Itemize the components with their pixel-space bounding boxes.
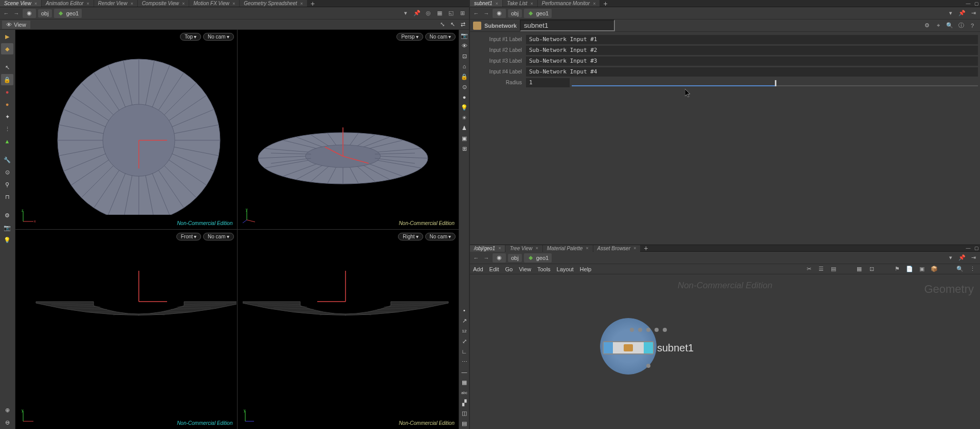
normal-icon[interactable]: ↗	[460, 316, 468, 325]
nav-back-button[interactable]: ←	[472, 9, 480, 17]
figure-icon[interactable]: ♟	[460, 123, 468, 133]
text-abc[interactable]: abc	[460, 388, 468, 397]
align-icon[interactable]: ▤	[829, 265, 838, 274]
angle-icon[interactable]: ∟	[460, 347, 468, 356]
path-icon-home[interactable]: ◉	[493, 9, 506, 18]
xray-icon[interactable]: ⊞	[460, 144, 468, 153]
tab-scene-view[interactable]: Scene View×	[0, 0, 41, 7]
minimize-icon[interactable]: —	[965, 245, 972, 251]
list-icon[interactable]: ☰	[816, 265, 826, 274]
gear-tool[interactable]: ⚙	[1, 210, 13, 221]
socket-tool[interactable]: ⊙	[1, 166, 13, 178]
search-icon[interactable]: 🔍	[945, 21, 954, 30]
pin-icon[interactable]: 📌	[412, 9, 422, 18]
close-icon[interactable]: ×	[586, 246, 588, 251]
expand-icon[interactable]: ⇥	[969, 253, 978, 263]
cam-selector[interactable]: No cam▾	[203, 233, 233, 240]
path-geo1[interactable]: ◆geo1	[524, 9, 552, 18]
close-icon[interactable]: ×	[300, 1, 303, 6]
headlight-icon[interactable]: ☀	[460, 113, 468, 122]
nav-back-button[interactable]: ←	[472, 254, 480, 262]
nav-forward-button[interactable]: →	[12, 9, 21, 17]
cam-selector[interactable]: No cam▾	[425, 233, 456, 240]
param-input-input1[interactable]	[526, 35, 978, 44]
close-icon[interactable]: ×	[496, 1, 498, 6]
flag-icon[interactable]: ⚑	[893, 265, 902, 274]
sticky-icon[interactable]: ▣	[917, 265, 927, 274]
info-icon[interactable]: ⓘ	[956, 21, 966, 30]
dropdown-icon[interactable]: ▾	[946, 253, 955, 263]
grid-icon[interactable]: ▦	[435, 9, 444, 18]
swap-icon[interactable]: ⇄	[459, 21, 467, 29]
eye-icon[interactable]: 👁	[460, 41, 468, 50]
node-outputs[interactable]	[646, 364, 650, 368]
red-sphere-tool[interactable]: ●	[1, 86, 13, 98]
pin-icon[interactable]: 📌	[957, 253, 967, 263]
select-tool[interactable]: ▶	[1, 31, 13, 42]
orange-sphere-tool[interactable]: ●	[1, 99, 13, 110]
vector-icon[interactable]: ⤢	[460, 337, 468, 346]
add-tab-button[interactable]: +	[641, 244, 651, 252]
close-icon[interactable]: ×	[536, 246, 538, 251]
view-dropdown[interactable]: 👁View	[2, 21, 30, 29]
joint-tool[interactable]: ⋮	[1, 123, 13, 135]
pose-tool[interactable]: ✦	[1, 111, 13, 122]
close-icon[interactable]: ×	[86, 1, 89, 6]
magnet-tool[interactable]: ⊖	[1, 417, 13, 428]
dots-icon[interactable]: ⊡	[867, 265, 876, 274]
line-icon[interactable]: —	[460, 367, 468, 377]
tab-obj-geo1[interactable]: /obj/geo1×	[470, 245, 505, 252]
tab-asset-browser[interactable]: Asset Browser×	[593, 245, 641, 252]
lock-icon[interactable]: 🔒	[460, 72, 468, 81]
filter-icon[interactable]: ⌖	[934, 21, 943, 30]
dropdown-icon[interactable]: ▾	[946, 9, 955, 18]
box-icon[interactable]: 📦	[930, 265, 939, 274]
node-subnet1[interactable]: subnet1	[603, 341, 694, 355]
bulb-icon[interactable]: 💡	[460, 103, 468, 112]
light-tool[interactable]: 💡	[1, 234, 13, 246]
cam-selector[interactable]: No cam▾	[425, 33, 456, 41]
arrow-tool[interactable]: ↖	[1, 62, 13, 73]
toggle-12[interactable]: 12	[460, 326, 468, 335]
tab-composite-view[interactable]: Composite View×	[138, 0, 189, 7]
search-icon[interactable]: 🔍	[955, 265, 965, 274]
close-icon[interactable]: ×	[131, 1, 133, 6]
layout-icon[interactable]: ⊞	[458, 9, 467, 18]
param-input-input3[interactable]	[526, 57, 978, 66]
transform-icon[interactable]: ⤡	[438, 21, 446, 29]
edit-tool[interactable]: ◆	[1, 43, 13, 54]
dropdown-icon[interactable]: ▾	[401, 9, 410, 18]
param-input-input4[interactable]	[526, 67, 978, 77]
minimize-icon[interactable]: —	[965, 1, 972, 7]
menu-edit[interactable]: Edit	[489, 266, 499, 272]
path-geo1[interactable]: ◆geo1	[54, 9, 82, 18]
globe-icon[interactable]: ◎	[424, 9, 433, 18]
tab-take-list[interactable]: Take List×	[503, 0, 537, 7]
expand-icon[interactable]: ⇥	[969, 9, 978, 18]
path-obj[interactable]: obj	[508, 254, 522, 262]
camera-tool[interactable]: 📷	[1, 222, 13, 233]
maximize-icon[interactable]: ▢	[973, 245, 980, 251]
path-icon-home[interactable]: ◉	[493, 253, 506, 263]
tab-material-palette[interactable]: Material Palette×	[543, 245, 593, 252]
green-tool[interactable]: ▲	[1, 136, 13, 147]
camera-icon[interactable]: 📷	[460, 31, 468, 40]
viewport-front[interactable]: Front▾ No cam▾ Non-Commerci	[15, 230, 237, 429]
lock-tool[interactable]: 🔒	[1, 74, 13, 85]
view-selector-top[interactable]: Top▾	[180, 33, 201, 41]
menu-help[interactable]: Help	[580, 266, 592, 272]
node-label[interactable]: subnet1	[657, 342, 694, 354]
viewport-top[interactable]: Top▾ No cam▾	[15, 30, 237, 229]
add-tab-button[interactable]: +	[307, 0, 318, 8]
node-inputs[interactable]	[630, 328, 667, 332]
add-tab-button[interactable]: +	[600, 0, 610, 8]
cam-selector[interactable]: No cam▾	[203, 33, 233, 41]
grid-mode-icon[interactable]: ▦	[855, 265, 864, 274]
home-icon[interactable]: ⌂	[460, 62, 468, 71]
material-icon[interactable]: ▣	[460, 134, 468, 143]
wrench-tool[interactable]: 🔧	[1, 154, 13, 165]
maximize-icon[interactable]: ◱	[446, 9, 456, 18]
display-opts-icon[interactable]: ▤	[460, 419, 468, 428]
menu-go[interactable]: Go	[505, 266, 513, 272]
path-obj[interactable]: obj	[508, 9, 522, 17]
